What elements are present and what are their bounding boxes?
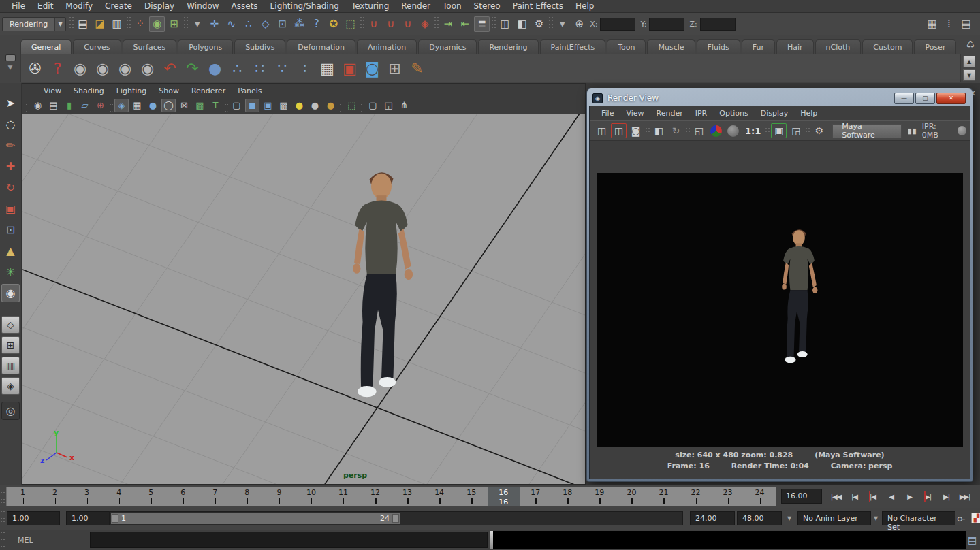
scale-tool[interactable]: ▣ [1,199,20,218]
bookmark-button[interactable]: ▮ [62,99,76,112]
shelf-tab[interactable]: Dynamics [418,39,477,54]
snap-align-button[interactable]: ∪ [383,16,398,32]
camera-dolly-shelf-button[interactable]: ◉ [114,56,136,80]
ik-handle-shelf-button[interactable]: ∶ [294,56,316,80]
camera-tumble-shelf-button[interactable]: ◉ [69,56,91,80]
viewport-menu-item[interactable]: Renderer [185,85,232,97]
wireframe-button[interactable]: ⊠ [177,99,191,112]
menu-item[interactable]: Texturing [345,0,395,12]
snap-particles-button[interactable]: ⁂ [291,16,307,32]
shelf-tab[interactable]: Deformation [287,39,355,54]
menu-item[interactable]: Display [138,0,180,12]
shelf-tab[interactable]: Rendering [478,39,538,54]
timeline-frame[interactable]: 8 [231,487,263,506]
cluster-group-shelf-button[interactable]: ∷ [249,56,271,80]
shaded-sphere-button[interactable]: ● [146,99,160,112]
command-input[interactable] [90,532,488,548]
timeline-frame[interactable]: 6 [167,487,199,506]
camera-attributes-button[interactable]: ▤ [46,99,61,112]
input-connections-button[interactable]: ⇥ [440,16,456,32]
image-plane-button[interactable]: ▱ [78,99,92,112]
chevron-down-icon[interactable]: ▼ [874,515,878,521]
paint-select-tool[interactable]: ✏ [1,136,20,155]
ipr-render-button[interactable]: ◧ [514,16,530,32]
timeline-ruler[interactable]: 1 2 3 4 [6,487,776,506]
shelf-tab[interactable]: Animation [357,39,417,54]
viewport-menu-item[interactable]: View [37,85,67,97]
menu-item[interactable]: Window [180,0,225,12]
remove-image-button[interactable]: ◲ [788,123,804,138]
open-scene-button[interactable]: ◪ [92,16,108,32]
timeline-frame[interactable]: 5 [135,487,167,506]
hypergraph-shelf-button[interactable]: ▦ [316,56,338,80]
attribute-editor-toggle[interactable]: ▤ [958,16,974,32]
menu-item[interactable]: Help [569,0,600,12]
snapshot-button[interactable]: ◙ [628,123,644,138]
drag-handle[interactable] [0,510,5,528]
use-default-material-button[interactable]: ▢ [230,99,244,112]
timeline-frame[interactable]: 4 [103,487,135,506]
viewport-canvas[interactable]: y x z persp [22,114,585,484]
soft-modification-tool[interactable]: ▲ [1,242,20,260]
character-set-field[interactable]: No Character Set [882,511,955,525]
timeline-frame[interactable]: 10 [295,487,327,506]
render-view-menu-item[interactable]: File [595,108,620,119]
render-view-menu-item[interactable]: View [620,108,650,119]
paint-effects-shelf-button[interactable]: ✎ [406,56,428,80]
shelf-tab[interactable]: Subdivs [234,39,285,54]
textured-button[interactable]: ▩ [193,99,207,112]
step-back-one-frame-button[interactable]: |◀ [864,487,882,505]
select-hierarchy-button[interactable]: ⁘ [132,16,148,32]
z-coordinate-input[interactable] [700,18,736,31]
four-pane-layout-button[interactable]: ⊞ [1,336,20,354]
chevron-down-icon[interactable]: ▼ [54,18,65,31]
pause-ipr-button[interactable]: ▮▮ [908,127,917,135]
timeline-frame[interactable]: 18 [552,487,584,506]
redo-previous-render-button[interactable]: ◫ [611,123,627,138]
quick-help-button[interactable]: ? [309,16,324,32]
absolute-transform-button[interactable]: ⊕ [571,16,587,32]
go-to-end-button[interactable]: ▶▶| [955,487,974,505]
timeline-frame[interactable]: 14 [424,487,456,506]
camera-track-shelf-button[interactable]: ◉ [91,56,114,80]
region-render-button[interactable]: ◱ [691,123,707,138]
play-backwards-button[interactable]: ◀ [882,487,900,505]
timeline-frame[interactable]: 2 [39,487,71,506]
viewport-menu-item[interactable]: Lighting [110,85,153,97]
shelf-collapse-arrow-icon[interactable]: ▼ [8,64,13,71]
timeline-frame[interactable]: 3 [71,487,103,506]
snap-mask-dropdown[interactable]: ▾ [189,16,205,32]
select-camera-button[interactable]: ◉ [31,99,45,112]
drag-handle[interactable] [0,531,5,549]
timeline-frame[interactable]: 19 [584,487,616,506]
text-display-button[interactable]: T [208,99,223,112]
default-light-button[interactable]: ● [308,99,322,112]
one-to-one-button[interactable]: 1:1 [742,123,763,138]
ambient-light-button[interactable]: ● [323,99,338,112]
menu-item[interactable]: Toon [437,0,468,12]
shelf-scroll-up-button[interactable]: ▲ [963,56,975,67]
viewport-menu-item[interactable]: Panels [232,85,268,97]
timeline-frame[interactable]: 20 [616,487,648,506]
close-button[interactable]: ✕ [936,93,966,104]
rgb-channels-button[interactable] [710,125,722,137]
range-slider[interactable]: 1 24 [111,513,400,524]
auto-keyframe-toggle[interactable]: ▞ [971,513,980,523]
y-coordinate-input[interactable] [649,18,684,31]
select-object-button[interactable]: ◉ [149,16,165,32]
shelf-tab[interactable]: PaintEffects [540,39,606,54]
step-forward-one-frame-button[interactable]: ▶| [919,487,937,505]
script-editor-icon[interactable]: ▤ [968,534,977,545]
keep-image-button[interactable]: ▣ [771,123,787,138]
render-view-menu-item[interactable]: Display [755,108,795,119]
construction-history-button[interactable]: ≣ [474,16,490,32]
shelf-tab[interactable]: Fluids [697,39,740,54]
snap-together-button[interactable]: ∪ [366,16,381,32]
timeline-frame[interactable]: 23 [712,487,744,506]
shelf-tab[interactable]: Polygons [178,39,233,54]
go-to-start-button[interactable]: |◀◀ [827,487,845,505]
camera-zoom-shelf-button[interactable]: ◉ [136,56,159,80]
shelf-tab[interactable]: General [20,39,72,54]
current-time-field[interactable]: 16.00 [781,489,822,504]
drag-handle[interactable] [0,487,5,505]
